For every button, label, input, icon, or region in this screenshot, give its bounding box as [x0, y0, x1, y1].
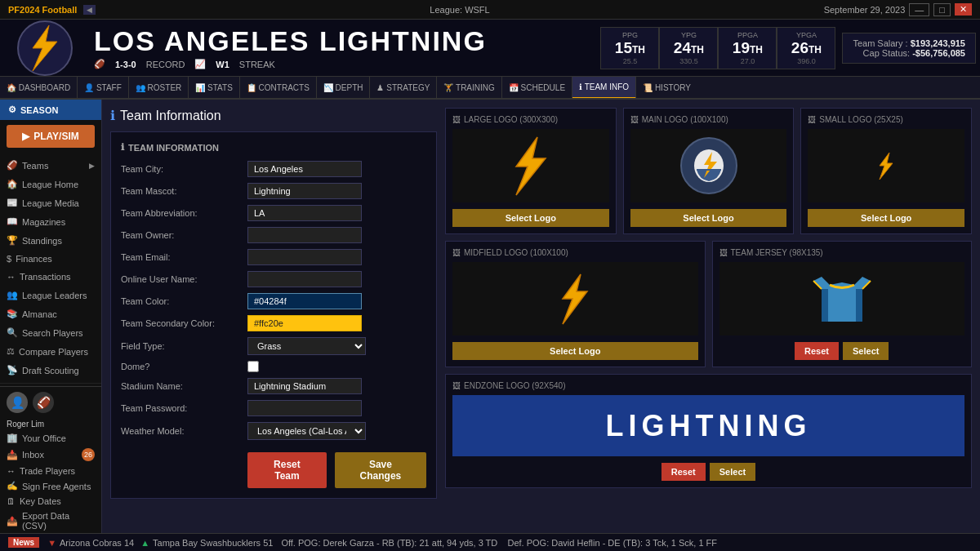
field-type-label: Field Type: — [121, 341, 247, 351]
large-logo-select-btn[interactable]: Select Logo — [452, 209, 609, 227]
team-info-box: ℹ TEAM INFORMATION Team City: Team Masco… — [110, 131, 437, 499]
team-city-input[interactable] — [247, 161, 362, 177]
sidebar-item-key-dates[interactable]: 🗓 Key Dates — [0, 494, 101, 509]
small-logo-select-btn[interactable]: Select Logo — [808, 209, 964, 227]
league-leaders-label: League Leaders — [22, 291, 87, 300]
jersey-reset-btn[interactable]: Reset — [795, 342, 839, 360]
endzone-reset-btn[interactable]: Reset — [662, 463, 706, 481]
field-dome: Dome? — [121, 361, 426, 372]
save-changes-btn[interactable]: Save Changes — [335, 452, 426, 488]
teams-label: Teams — [22, 161, 48, 171]
close-btn[interactable]: ✕ — [955, 3, 972, 16]
team-jersey-image-icon: 🖼 — [719, 248, 728, 257]
sidebar-item-transactions[interactable]: ↔ Transactions — [0, 268, 101, 286]
team-password-input[interactable] — [247, 400, 362, 416]
section-title: TEAM INFORMATION — [128, 143, 219, 153]
streak-value: W1 — [216, 60, 229, 69]
tab-contracts[interactable]: 📋 CONTRACTS — [240, 77, 317, 99]
salary-title: Team Salary : — [853, 38, 907, 48]
field-team-owner: Team Owner: — [121, 227, 426, 243]
news-team-1: Arizona Cobras 14 — [60, 538, 134, 548]
tab-stats[interactable]: 📊 STATS — [189, 77, 240, 99]
league-home-label: League Home — [22, 180, 78, 189]
tab-team-info[interactable]: ℹ TEAM INFO — [572, 77, 636, 99]
sidebar-item-league-media[interactable]: 📰 League Media — [0, 193, 101, 212]
team-jersey-card: 🖼 TEAM JERSEY (98x135) — [712, 241, 973, 367]
team-email-input[interactable] — [247, 249, 362, 265]
team-info-panel: ℹ Team Information ℹ TEAM INFORMATION Te… — [110, 108, 437, 525]
tab-dashboard[interactable]: 🏠 DASHBOARD — [0, 77, 78, 99]
weather-model-select[interactable]: Los Angeles (Cal-Los Angeles) — [247, 422, 366, 440]
user-name: Roger Lim — [0, 418, 101, 430]
sidebar-item-league-home[interactable]: 🏠 League Home — [0, 175, 101, 193]
field-secondary-color: Team Secondary Color: — [121, 315, 426, 331]
sidebar-item-teams[interactable]: 🏈 Teams ▶ — [0, 156, 101, 175]
ypg-rank: 24TH — [668, 39, 709, 57]
season-btn[interactable]: ⚙ SEASON — [0, 100, 101, 120]
image-icon: 🖼 — [452, 115, 461, 124]
sidebar-item-trade-players[interactable]: ↔ Trade Players — [0, 464, 101, 478]
sidebar-item-compare-players[interactable]: ⚖ Compare Players — [0, 342, 101, 361]
endzone-logo-card: 🖼 ENDZONE LOGO (92x540) LIGHTNING Reset … — [445, 374, 972, 488]
sidebar-item-free-agents[interactable]: ✍ Sign Free Agents — [0, 478, 101, 494]
tab-training[interactable]: 🏋 TRAINING — [437, 77, 501, 99]
ypg-sub: 330.5 — [668, 57, 709, 65]
league-title: League: WSFL — [430, 5, 489, 15]
team-name: LOS ANGELES LIGHTNING — [94, 26, 596, 56]
midfield-logo-select-btn[interactable]: Select Logo — [452, 342, 698, 360]
online-user-input[interactable] — [247, 271, 362, 287]
season-icon: ⚙ — [8, 104, 16, 115]
reset-team-btn[interactable]: Reset Team — [247, 452, 327, 488]
secondary-color-input[interactable] — [247, 315, 362, 331]
draft-scouting-icon: 📡 — [7, 365, 18, 375]
stadium-name-input[interactable] — [247, 378, 362, 394]
jersey-select-btn[interactable]: Select — [843, 342, 889, 360]
main-logo-select-btn[interactable]: Select Logo — [630, 209, 787, 227]
sidebar-item-export[interactable]: 📤 Export Data (CSV) — [0, 509, 101, 533]
tab-history[interactable]: 📜 HISTORY — [636, 77, 697, 99]
news-details: Off. POG: Derek Garza - RB (TB): 21 att,… — [281, 538, 717, 548]
sidebar-item-league-leaders[interactable]: 👥 League Leaders — [0, 286, 101, 304]
tab-roster[interactable]: 👥 ROSTER — [129, 77, 189, 99]
office-label: Your Office — [22, 433, 66, 443]
endzone-select-btn[interactable]: Select — [710, 463, 755, 481]
sidebar-item-almanac[interactable]: 📚 Almanac — [0, 304, 101, 323]
small-logo-title: 🖼 SMALL LOGO (25x25) — [808, 115, 964, 124]
minimize-btn[interactable]: — — [909, 3, 929, 16]
transactions-icon: ↔ — [7, 272, 16, 282]
dome-checkbox[interactable] — [247, 361, 259, 372]
maximize-btn[interactable]: □ — [933, 3, 951, 16]
endzone-preview: LIGHTNING — [452, 395, 964, 456]
field-team-abbr: Team Abbreviation: — [121, 205, 426, 221]
inbox-label: Inbox — [22, 450, 44, 460]
field-type-select[interactable]: Grass Turf FieldTurf — [247, 337, 366, 355]
tab-depth[interactable]: 📉 DEPTH — [317, 77, 371, 99]
small-logo-preview — [808, 129, 964, 202]
sidebar-item-search-players[interactable]: 🔍 Search Players — [0, 323, 101, 342]
field-stadium-name: Stadium Name: — [121, 378, 426, 394]
midfield-logo-card: 🖼 MIDFIELD LOGO (100x100) Select Logo — [445, 241, 706, 367]
sidebar-item-your-office[interactable]: 🏢 Your Office — [0, 430, 101, 446]
form-buttons: Reset Team Save Changes — [121, 452, 426, 488]
team-abbr-input[interactable] — [247, 205, 362, 221]
team-color-input[interactable] — [247, 293, 362, 309]
sidebar-item-magazines[interactable]: 📖 Magazines — [0, 212, 101, 231]
back-btn[interactable]: ◀ — [83, 5, 96, 15]
tab-strategy[interactable]: ♟ STRATEGY — [370, 77, 437, 99]
tab-schedule[interactable]: 📅 SCHEDULE — [502, 77, 572, 99]
free-agents-icon: ✍ — [7, 481, 18, 491]
sidebar-item-finances[interactable]: $ Finances — [0, 250, 101, 268]
team-mascot-input[interactable] — [247, 183, 362, 199]
page-title-icon: ℹ — [110, 108, 115, 123]
small-logo-card: 🖼 SMALL LOGO (25x25) Select Logo — [800, 108, 972, 234]
sidebar-item-draft-scouting[interactable]: 📡 Draft Scouting — [0, 361, 101, 380]
team-email-label: Team Email: — [121, 252, 247, 262]
sidebar-item-inbox[interactable]: 📥 Inbox 26 — [0, 446, 101, 464]
standings-label: Standings — [22, 236, 62, 246]
page-title: ℹ Team Information — [110, 108, 437, 123]
sidebar-item-standings[interactable]: 🏆 Standings — [0, 231, 101, 250]
play-sim-btn[interactable]: ▶ PLAY/SIM — [7, 125, 95, 148]
tab-staff[interactable]: 👤 STAFF — [78, 77, 129, 99]
ypga-label: YPGA — [786, 31, 826, 39]
team-owner-input[interactable] — [247, 227, 362, 243]
